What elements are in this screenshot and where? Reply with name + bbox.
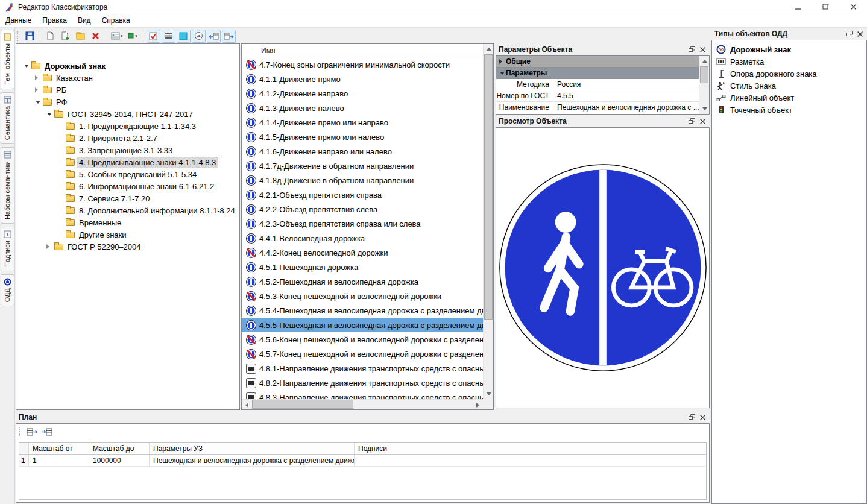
checkbox-filter-button[interactable]: [147, 30, 160, 43]
plan-insert-row-button[interactable]: [25, 426, 39, 438]
sign-list-item[interactable]: 4.1.7д-Движение в обратном направлении: [242, 159, 483, 173]
param-row[interactable]: Номер по ГОСТ4.5.5: [496, 90, 699, 102]
side-tab[interactable]: Семантика: [1, 92, 14, 144]
close-panel-icon[interactable]: [698, 117, 707, 126]
maximize-button[interactable]: [812, 0, 839, 14]
sign-list-item[interactable]: 4.5.6-Конец пешеходной и велосипедной до…: [242, 332, 483, 347]
view-mode-button[interactable]: ▾: [109, 30, 125, 43]
plan-cell-scale-to[interactable]: 1000000: [89, 455, 150, 466]
toolbar-grip[interactable]: [19, 427, 22, 436]
horizontal-scrollbar[interactable]: [242, 399, 483, 409]
plan-column-header[interactable]: Масштаб от: [29, 443, 89, 454]
plan-column-header[interactable]: Подписи: [355, 443, 706, 454]
odd-type-item[interactable]: 50Дорожный знак: [712, 43, 866, 55]
tree-item[interactable]: Временные: [16, 216, 239, 228]
tree-item[interactable]: Казахстан: [16, 72, 239, 84]
dropdown-arrow-icon[interactable]: ▾: [121, 34, 123, 38]
plan-cell-params[interactable]: Пешеходная и велосипедная дорожка с разд…: [150, 455, 355, 466]
float-panel-icon[interactable]: [687, 45, 696, 54]
vertical-scrollbar[interactable]: [699, 56, 709, 114]
scroll-up-button[interactable]: [699, 56, 710, 66]
plan-row[interactable]: 111000000Пешеходная и велосипедная дорож…: [19, 455, 706, 467]
side-tab[interactable]: Тем. объекты: [1, 30, 14, 89]
plan-remove-row-button[interactable]: [40, 426, 54, 438]
float-panel-icon[interactable]: [687, 413, 696, 422]
close-button[interactable]: [839, 0, 867, 14]
tree-item[interactable]: 2. Приоритета 2.1-2.7: [16, 132, 239, 144]
tree-item[interactable]: РФ: [16, 96, 239, 108]
sign-list-item[interactable]: 4.1.6-Движение направо или налево: [242, 144, 483, 159]
expander-icon[interactable]: [34, 98, 42, 106]
odd-type-item[interactable]: Стиль Знака: [712, 80, 866, 92]
rows-view-button[interactable]: [162, 30, 175, 43]
float-panel-icon[interactable]: [687, 117, 696, 126]
tree-item[interactable]: ГОСТ 32945-2014, ПНСТ 247-2017: [16, 108, 239, 120]
sign-list-item[interactable]: 4.2.3-Объезд препятствия справа или слев…: [242, 216, 483, 231]
sign-list-item[interactable]: 4.5.2-Пешеходная и велосипедная дорожка: [242, 274, 483, 289]
close-panel-icon[interactable]: [698, 413, 707, 422]
shift-left-button[interactable]: [207, 30, 221, 43]
group-expander-icon[interactable]: [498, 69, 506, 77]
plan-cell-labels[interactable]: [355, 455, 706, 466]
preview-toggle-button[interactable]: [177, 30, 191, 43]
plan-column-header[interactable]: Параметры УЗ: [150, 443, 355, 454]
scrollbar-thumb[interactable]: [700, 66, 708, 83]
sign-list-item[interactable]: 4.5.5-Пешеходная и велосипедная дорожка …: [242, 318, 483, 332]
sign-list-item[interactable]: 4.1.2-Движение направо: [242, 86, 483, 101]
side-tab[interactable]: ОДД: [1, 274, 14, 306]
sign-list-item[interactable]: 4.2.1-Объезд препятствия справа: [242, 187, 483, 202]
sign-list-item[interactable]: 4.2.2-Объезд препятствия слева: [242, 202, 483, 216]
sign-list-item[interactable]: 4.7-Конец зоны ограничения минимальной с…: [242, 57, 483, 72]
color-picker-button[interactable]: ▾: [126, 30, 140, 43]
minimize-button[interactable]: [784, 0, 812, 14]
globe-button[interactable]: a: [192, 30, 206, 43]
expander-icon[interactable]: [45, 110, 53, 118]
sign-list-item[interactable]: 4.5.4-Пешеходная и велосипедная дорожка …: [242, 303, 483, 318]
scroll-left-button[interactable]: [242, 400, 252, 410]
odd-type-item[interactable]: Линейный объект: [712, 92, 866, 104]
sign-list-item[interactable]: 4.5.1-Пешеходная дорожка: [242, 260, 483, 274]
scrollbar-thumb[interactable]: [252, 400, 353, 409]
sign-list-item[interactable]: 4.4.2-Конец велосипедной дорожки: [242, 245, 483, 260]
sign-list-item[interactable]: 4.4.1-Велосипедная дорожка: [242, 231, 483, 245]
odd-type-item[interactable]: Точечный объект: [712, 104, 866, 116]
tree-item[interactable]: Дорожный знак: [16, 60, 239, 72]
new-document-button[interactable]: [43, 30, 57, 43]
sign-list-item[interactable]: 4.8.1-Направление движения транспортных …: [242, 361, 483, 376]
scrollbar-thumb[interactable]: [484, 54, 493, 320]
dropdown-arrow-icon[interactable]: ▾: [135, 34, 137, 38]
group-expander-icon[interactable]: [498, 59, 506, 64]
tree-item[interactable]: 4. Предписывающие знаки 4.1.1-4.8.3: [16, 156, 239, 168]
param-row[interactable]: МетодикаРоссия: [496, 79, 699, 90]
expander-icon[interactable]: [45, 244, 53, 249]
sign-list-item[interactable]: 4.8.2-Направление движения транспортных …: [242, 376, 483, 390]
param-value[interactable]: 4.5.5: [553, 90, 699, 101]
tree-item[interactable]: Другие знаки: [16, 228, 239, 241]
param-row[interactable]: НаименованиеПешеходная и велосипедная до…: [496, 102, 699, 113]
save-button[interactable]: [23, 30, 37, 43]
scroll-down-button[interactable]: [699, 104, 710, 114]
tree-item[interactable]: 1. Предупреждающие 1.1-1.34.3: [16, 120, 239, 132]
sign-list-item[interactable]: 4.1.8д-Движение в обратном направлении: [242, 173, 483, 187]
tree-item[interactable]: 6. Информационные знаки 6.1-6.21.2: [16, 180, 239, 192]
expander-icon[interactable]: [22, 62, 30, 70]
expander-icon[interactable]: [34, 75, 42, 80]
param-group-header[interactable]: Параметры: [496, 68, 699, 79]
param-group-header[interactable]: Общие: [496, 56, 699, 68]
param-value[interactable]: Россия: [553, 79, 699, 90]
tree-item[interactable]: 3. Запрещающие 3.1-3.33: [16, 144, 239, 156]
vertical-scrollbar[interactable]: [483, 44, 493, 399]
expander-icon[interactable]: [34, 87, 42, 92]
scroll-right-button[interactable]: [473, 400, 483, 410]
close-panel-icon[interactable]: [856, 30, 865, 39]
sign-list-item[interactable]: 4.1.3-Движение налево: [242, 101, 483, 115]
side-tab[interactable]: TПодписи: [1, 227, 14, 271]
sign-list-item[interactable]: 4.1.4-Движение прямо или направо: [242, 115, 483, 130]
menu-item[interactable]: Справка: [96, 14, 136, 27]
menu-item[interactable]: Вид: [72, 14, 96, 27]
param-value[interactable]: Пешеходная и велосипедная дорожка с ...: [553, 102, 699, 113]
shift-right-button[interactable]: [222, 30, 236, 43]
float-panel-icon[interactable]: [845, 30, 854, 39]
sign-list-item[interactable]: 4.5.3-Конец пешеходной и велосипедной до…: [242, 289, 483, 303]
close-panel-icon[interactable]: [698, 45, 707, 54]
